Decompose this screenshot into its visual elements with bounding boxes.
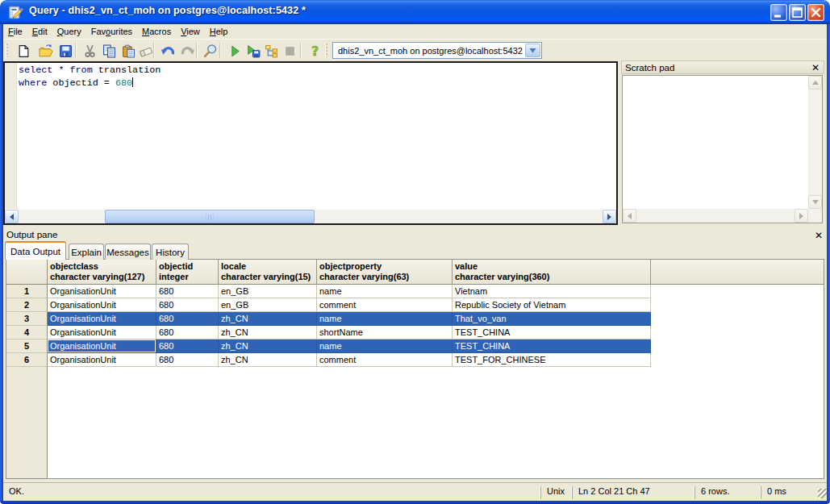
redo-button[interactable] — [178, 42, 197, 60]
connection-combo-value: dhis2_vn_ct_moh on postgres@localhost:54… — [333, 46, 525, 56]
tab-data-output[interactable]: Data Output — [5, 241, 66, 260]
close-icon — [808, 5, 824, 20]
execute-pgscript-button[interactable] — [244, 42, 262, 60]
toolbar-separator — [153, 43, 155, 58]
title-bar[interactable]: Query - dhis2_vn_ct_moh on postgres@loca… — [0, 0, 830, 24]
grid-cell[interactable]: OrganisationUnit — [48, 312, 156, 326]
grid-cell[interactable]: shortName — [317, 326, 453, 339]
grid-cell[interactable]: en_GB — [219, 298, 317, 312]
grid-cell[interactable]: 680 — [156, 312, 219, 326]
row-number[interactable]: 6 — [6, 353, 48, 367]
column-header-objectid[interactable]: objectidinteger — [156, 260, 219, 285]
row-number[interactable]: 3 — [6, 312, 48, 326]
grid-cell[interactable]: name — [317, 339, 453, 353]
row-number[interactable]: 4 — [6, 326, 48, 339]
menu-edit[interactable]: Edit — [27, 25, 52, 38]
new-query-button[interactable] — [15, 42, 33, 60]
grid-cell[interactable]: OrganisationUnit — [48, 326, 156, 339]
svg-text:?: ? — [311, 44, 319, 58]
menu-favourites[interactable]: Favourites — [86, 25, 137, 38]
scroll-up-button[interactable] — [808, 76, 822, 90]
save-file-button[interactable] — [56, 42, 75, 60]
scratchpad-close-icon[interactable]: ✕ — [810, 62, 821, 73]
menu-query[interactable]: Query — [52, 25, 86, 38]
grid-cell[interactable]: Vietnam — [453, 285, 651, 298]
grid-cell[interactable]: 680 — [156, 353, 219, 367]
grid-cell[interactable]: zh_CN — [219, 339, 317, 353]
scratchpad-vscrollbar[interactable] — [808, 76, 822, 209]
scratchpad-hscrollbar[interactable] — [623, 209, 808, 223]
combo-dropdown-button[interactable] — [525, 44, 540, 57]
scroll-right-button[interactable] — [603, 210, 616, 223]
column-header-locale[interactable]: localecharacter varying(15) — [219, 260, 317, 285]
row-number[interactable]: 2 — [6, 298, 48, 312]
grid-cell[interactable]: 680 — [156, 298, 219, 312]
menu-view[interactable]: View — [176, 25, 205, 38]
clear-window-button[interactable] — [136, 42, 155, 60]
scroll-left-button[interactable] — [5, 210, 19, 223]
scratchpad-textarea[interactable] — [622, 75, 823, 223]
execute-query-button[interactable] — [226, 42, 244, 60]
grid-cell[interactable]: OrganisationUnit — [48, 285, 156, 298]
sql-text[interactable]: select * from translationwhere objectid … — [19, 64, 615, 90]
status-field-3: 6 rows. — [694, 486, 760, 499]
grid-cell[interactable]: 680 — [156, 285, 219, 298]
scroll-left-button[interactable] — [623, 209, 636, 223]
tab-messages[interactable]: Messages — [105, 244, 151, 260]
grid-cell[interactable]: 680 — [156, 339, 219, 353]
scroll-right-button[interactable] — [795, 209, 808, 223]
help-button[interactable]: ? — [306, 42, 324, 60]
grid-cell[interactable]: Republic Society of Vietnam — [453, 298, 651, 312]
output-pane-header: Output pane ✕ — [3, 228, 827, 241]
cancel-query-button[interactable] — [281, 42, 299, 60]
toolbar-separator — [300, 43, 302, 58]
grid-cell[interactable]: TEST_CHINA — [453, 326, 651, 339]
editor-hscrollbar[interactable] — [5, 210, 616, 223]
column-header-objectproperty[interactable]: objectpropertycharacter varying(63) — [317, 260, 453, 285]
paste-button[interactable] — [119, 42, 138, 60]
grid-cell[interactable]: name — [317, 285, 453, 298]
maximize-button[interactable] — [789, 4, 806, 21]
grid-cell[interactable]: en_GB — [219, 285, 317, 298]
grid-cell[interactable]: TEST_FOR_CHINESE — [453, 353, 651, 367]
scrollbar-thumb[interactable] — [105, 210, 315, 223]
grid-cell[interactable]: zh_CN — [219, 353, 317, 367]
output-pane-close-icon[interactable]: ✕ — [813, 230, 824, 241]
connection-combobox[interactable]: dhis2_vn_ct_moh on postgres@localhost:54… — [332, 42, 542, 59]
column-header-value[interactable]: valuecharacter varying(360) — [453, 260, 651, 285]
tab-history[interactable]: History — [152, 244, 189, 260]
grid-cell[interactable]: name — [317, 312, 453, 326]
explain-query-button[interactable] — [262, 42, 281, 60]
grid-cell[interactable]: OrganisationUnit — [48, 298, 156, 312]
undo-button[interactable] — [158, 42, 177, 60]
menu-macros[interactable]: Macros — [137, 25, 176, 38]
menu-file[interactable]: File — [3, 25, 27, 38]
sql-editor[interactable]: select * from translationwhere objectid … — [3, 61, 618, 225]
open-file-button[interactable] — [36, 42, 55, 60]
editor-margin — [5, 63, 17, 209]
close-button[interactable] — [807, 4, 824, 21]
toolbar-gripper[interactable] — [6, 44, 8, 57]
menu-help[interactable]: Help — [205, 25, 233, 38]
find-button[interactable] — [201, 42, 219, 60]
redo-arrow-icon — [181, 44, 195, 58]
grid-cell[interactable]: zh_CN — [219, 326, 317, 339]
eraser-icon — [139, 44, 153, 58]
grid-cell[interactable]: zh_CN — [219, 312, 317, 326]
grid-cell[interactable]: That_vo_van — [453, 312, 651, 326]
tab-explain[interactable]: Explain — [69, 244, 104, 260]
grid-cell[interactable]: TEST_CHINA — [453, 339, 651, 353]
column-header-objectclass[interactable]: objectclasscharacter varying(127) — [48, 260, 156, 285]
row-number[interactable]: 5 — [6, 339, 48, 353]
grid-cell[interactable]: comment — [317, 298, 453, 312]
copy-button[interactable] — [100, 42, 119, 60]
scroll-down-button[interactable] — [808, 195, 822, 209]
cut-button[interactable] — [81, 42, 99, 60]
grid-cell[interactable]: OrganisationUnit — [48, 353, 156, 367]
toolbar-gripper[interactable] — [325, 44, 327, 57]
grid-cell[interactable]: comment — [317, 353, 453, 367]
minimize-button[interactable] — [770, 4, 787, 21]
grid-cell[interactable]: 680 — [156, 326, 219, 339]
row-number[interactable]: 1 — [6, 285, 48, 298]
grid-cell[interactable]: OrganisationUnit — [48, 339, 156, 353]
